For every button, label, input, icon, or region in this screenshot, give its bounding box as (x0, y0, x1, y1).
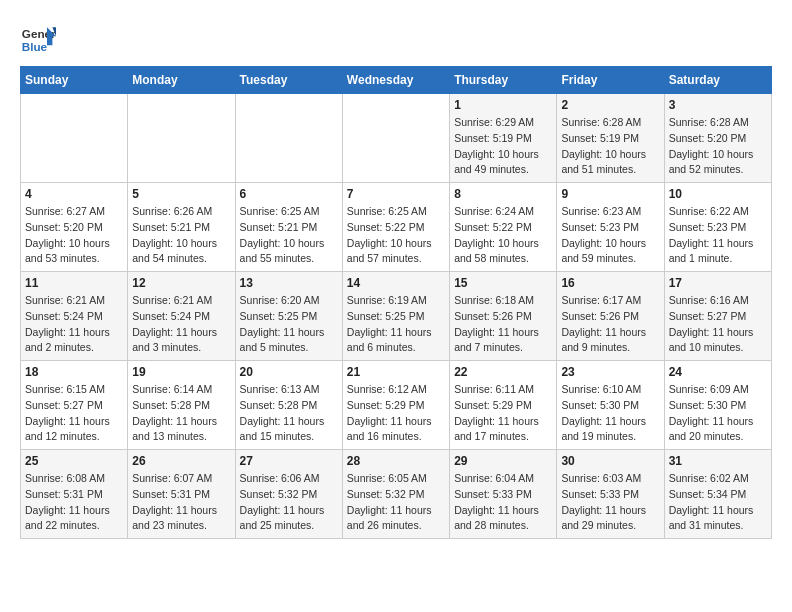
calendar-cell: 20Sunrise: 6:13 AM Sunset: 5:28 PM Dayli… (235, 361, 342, 450)
day-info: Sunrise: 6:21 AM Sunset: 5:24 PM Dayligh… (25, 293, 123, 356)
day-number: 9 (561, 187, 659, 201)
day-number: 31 (669, 454, 767, 468)
header-thursday: Thursday (450, 67, 557, 94)
day-info: Sunrise: 6:22 AM Sunset: 5:23 PM Dayligh… (669, 204, 767, 267)
day-number: 20 (240, 365, 338, 379)
calendar-cell: 17Sunrise: 6:16 AM Sunset: 5:27 PM Dayli… (664, 272, 771, 361)
day-number: 28 (347, 454, 445, 468)
day-info: Sunrise: 6:26 AM Sunset: 5:21 PM Dayligh… (132, 204, 230, 267)
day-info: Sunrise: 6:05 AM Sunset: 5:32 PM Dayligh… (347, 471, 445, 534)
day-info: Sunrise: 6:09 AM Sunset: 5:30 PM Dayligh… (669, 382, 767, 445)
calendar-cell: 27Sunrise: 6:06 AM Sunset: 5:32 PM Dayli… (235, 450, 342, 539)
day-info: Sunrise: 6:11 AM Sunset: 5:29 PM Dayligh… (454, 382, 552, 445)
day-info: Sunrise: 6:19 AM Sunset: 5:25 PM Dayligh… (347, 293, 445, 356)
day-number: 1 (454, 98, 552, 112)
day-info: Sunrise: 6:21 AM Sunset: 5:24 PM Dayligh… (132, 293, 230, 356)
day-info: Sunrise: 6:24 AM Sunset: 5:22 PM Dayligh… (454, 204, 552, 267)
calendar-cell: 6Sunrise: 6:25 AM Sunset: 5:21 PM Daylig… (235, 183, 342, 272)
day-info: Sunrise: 6:20 AM Sunset: 5:25 PM Dayligh… (240, 293, 338, 356)
day-number: 12 (132, 276, 230, 290)
day-number: 5 (132, 187, 230, 201)
day-number: 25 (25, 454, 123, 468)
calendar-cell: 29Sunrise: 6:04 AM Sunset: 5:33 PM Dayli… (450, 450, 557, 539)
day-number: 23 (561, 365, 659, 379)
calendar-cell: 3Sunrise: 6:28 AM Sunset: 5:20 PM Daylig… (664, 94, 771, 183)
calendar-cell: 30Sunrise: 6:03 AM Sunset: 5:33 PM Dayli… (557, 450, 664, 539)
calendar-cell (21, 94, 128, 183)
logo-icon: General Blue (20, 20, 56, 56)
day-number: 10 (669, 187, 767, 201)
day-info: Sunrise: 6:04 AM Sunset: 5:33 PM Dayligh… (454, 471, 552, 534)
calendar-cell: 2Sunrise: 6:28 AM Sunset: 5:19 PM Daylig… (557, 94, 664, 183)
day-info: Sunrise: 6:02 AM Sunset: 5:34 PM Dayligh… (669, 471, 767, 534)
calendar-week-3: 11Sunrise: 6:21 AM Sunset: 5:24 PM Dayli… (21, 272, 772, 361)
day-info: Sunrise: 6:16 AM Sunset: 5:27 PM Dayligh… (669, 293, 767, 356)
day-number: 17 (669, 276, 767, 290)
day-info: Sunrise: 6:12 AM Sunset: 5:29 PM Dayligh… (347, 382, 445, 445)
day-info: Sunrise: 6:28 AM Sunset: 5:20 PM Dayligh… (669, 115, 767, 178)
header-wednesday: Wednesday (342, 67, 449, 94)
calendar-cell: 13Sunrise: 6:20 AM Sunset: 5:25 PM Dayli… (235, 272, 342, 361)
calendar-cell (342, 94, 449, 183)
calendar-cell: 9Sunrise: 6:23 AM Sunset: 5:23 PM Daylig… (557, 183, 664, 272)
calendar-week-5: 25Sunrise: 6:08 AM Sunset: 5:31 PM Dayli… (21, 450, 772, 539)
calendar-cell: 26Sunrise: 6:07 AM Sunset: 5:31 PM Dayli… (128, 450, 235, 539)
calendar-cell: 15Sunrise: 6:18 AM Sunset: 5:26 PM Dayli… (450, 272, 557, 361)
calendar-week-2: 4Sunrise: 6:27 AM Sunset: 5:20 PM Daylig… (21, 183, 772, 272)
calendar-cell: 1Sunrise: 6:29 AM Sunset: 5:19 PM Daylig… (450, 94, 557, 183)
day-info: Sunrise: 6:06 AM Sunset: 5:32 PM Dayligh… (240, 471, 338, 534)
day-number: 22 (454, 365, 552, 379)
calendar-cell: 4Sunrise: 6:27 AM Sunset: 5:20 PM Daylig… (21, 183, 128, 272)
logo: General Blue (20, 20, 62, 56)
day-number: 18 (25, 365, 123, 379)
calendar-week-4: 18Sunrise: 6:15 AM Sunset: 5:27 PM Dayli… (21, 361, 772, 450)
calendar-cell: 8Sunrise: 6:24 AM Sunset: 5:22 PM Daylig… (450, 183, 557, 272)
day-number: 24 (669, 365, 767, 379)
day-info: Sunrise: 6:17 AM Sunset: 5:26 PM Dayligh… (561, 293, 659, 356)
calendar-cell: 5Sunrise: 6:26 AM Sunset: 5:21 PM Daylig… (128, 183, 235, 272)
day-info: Sunrise: 6:03 AM Sunset: 5:33 PM Dayligh… (561, 471, 659, 534)
calendar-cell: 25Sunrise: 6:08 AM Sunset: 5:31 PM Dayli… (21, 450, 128, 539)
header-tuesday: Tuesday (235, 67, 342, 94)
day-number: 7 (347, 187, 445, 201)
calendar-table: SundayMondayTuesdayWednesdayThursdayFrid… (20, 66, 772, 539)
calendar-cell: 7Sunrise: 6:25 AM Sunset: 5:22 PM Daylig… (342, 183, 449, 272)
day-number: 11 (25, 276, 123, 290)
page-header: General Blue (20, 20, 772, 56)
day-info: Sunrise: 6:13 AM Sunset: 5:28 PM Dayligh… (240, 382, 338, 445)
day-info: Sunrise: 6:29 AM Sunset: 5:19 PM Dayligh… (454, 115, 552, 178)
calendar-cell: 31Sunrise: 6:02 AM Sunset: 5:34 PM Dayli… (664, 450, 771, 539)
day-info: Sunrise: 6:25 AM Sunset: 5:21 PM Dayligh… (240, 204, 338, 267)
svg-text:Blue: Blue (22, 40, 48, 53)
day-number: 26 (132, 454, 230, 468)
calendar-cell: 24Sunrise: 6:09 AM Sunset: 5:30 PM Dayli… (664, 361, 771, 450)
header-monday: Monday (128, 67, 235, 94)
calendar-cell: 22Sunrise: 6:11 AM Sunset: 5:29 PM Dayli… (450, 361, 557, 450)
calendar-cell: 11Sunrise: 6:21 AM Sunset: 5:24 PM Dayli… (21, 272, 128, 361)
calendar-cell (235, 94, 342, 183)
day-info: Sunrise: 6:27 AM Sunset: 5:20 PM Dayligh… (25, 204, 123, 267)
day-number: 27 (240, 454, 338, 468)
day-number: 4 (25, 187, 123, 201)
header-saturday: Saturday (664, 67, 771, 94)
day-number: 2 (561, 98, 659, 112)
day-number: 6 (240, 187, 338, 201)
calendar-cell: 18Sunrise: 6:15 AM Sunset: 5:27 PM Dayli… (21, 361, 128, 450)
day-number: 14 (347, 276, 445, 290)
calendar-cell: 19Sunrise: 6:14 AM Sunset: 5:28 PM Dayli… (128, 361, 235, 450)
day-number: 19 (132, 365, 230, 379)
calendar-cell: 16Sunrise: 6:17 AM Sunset: 5:26 PM Dayli… (557, 272, 664, 361)
calendar-cell: 10Sunrise: 6:22 AM Sunset: 5:23 PM Dayli… (664, 183, 771, 272)
day-info: Sunrise: 6:08 AM Sunset: 5:31 PM Dayligh… (25, 471, 123, 534)
day-info: Sunrise: 6:28 AM Sunset: 5:19 PM Dayligh… (561, 115, 659, 178)
day-number: 8 (454, 187, 552, 201)
calendar-cell: 23Sunrise: 6:10 AM Sunset: 5:30 PM Dayli… (557, 361, 664, 450)
calendar-cell: 12Sunrise: 6:21 AM Sunset: 5:24 PM Dayli… (128, 272, 235, 361)
day-number: 15 (454, 276, 552, 290)
day-info: Sunrise: 6:10 AM Sunset: 5:30 PM Dayligh… (561, 382, 659, 445)
day-info: Sunrise: 6:14 AM Sunset: 5:28 PM Dayligh… (132, 382, 230, 445)
day-info: Sunrise: 6:07 AM Sunset: 5:31 PM Dayligh… (132, 471, 230, 534)
day-info: Sunrise: 6:25 AM Sunset: 5:22 PM Dayligh… (347, 204, 445, 267)
calendar-cell: 14Sunrise: 6:19 AM Sunset: 5:25 PM Dayli… (342, 272, 449, 361)
header-sunday: Sunday (21, 67, 128, 94)
